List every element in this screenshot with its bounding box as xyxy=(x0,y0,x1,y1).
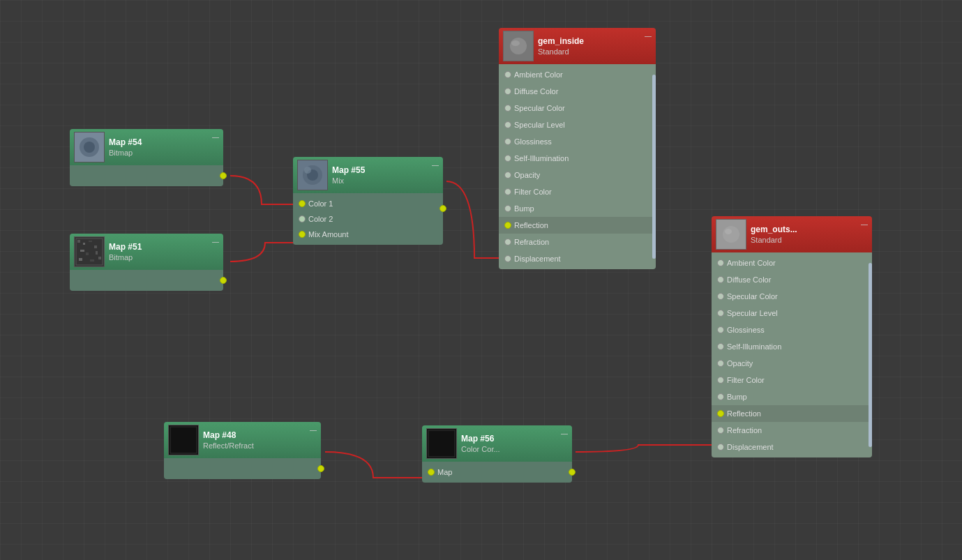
node-gem-outside-ambient-row: Ambient Color xyxy=(712,255,872,271)
node-gem-outside-selfillum-port[interactable] xyxy=(717,343,724,350)
node-map55-thumbnail xyxy=(297,160,328,190)
node-gem-inside-displacement-port[interactable] xyxy=(504,255,511,262)
svg-point-2 xyxy=(84,142,95,153)
node-gem-outside[interactable]: gem_outs... Standard — Ambient Color Dif… xyxy=(712,216,872,457)
node-gem-outside-minimize[interactable]: — xyxy=(861,220,868,228)
node-gem-inside-body: Ambient Color Diffuse Color Specular Col… xyxy=(499,64,656,269)
node-gem-inside-diffuse-label: Diffuse Color xyxy=(514,87,558,96)
node-map55-minimize[interactable]: — xyxy=(432,161,439,169)
node-map55-mixamount-port[interactable] xyxy=(299,231,306,238)
node-map48[interactable]: Map #48 Reflect/Refract — xyxy=(164,422,321,479)
node-map54-output-port[interactable] xyxy=(220,172,227,179)
node-map54-header: Map #54 Bitmap — xyxy=(70,129,223,165)
svg-rect-12 xyxy=(96,251,98,255)
node-map54-output-row xyxy=(70,168,223,183)
node-gem-outside-glossiness-port[interactable] xyxy=(717,326,724,333)
node-gem-inside-reflection-port[interactable] xyxy=(504,222,511,229)
node-gem-inside-specular-port[interactable] xyxy=(504,105,511,112)
node-gem-outside-refraction-port[interactable] xyxy=(717,427,724,434)
node-gem-inside-bump-port[interactable] xyxy=(504,205,511,212)
node-gem-inside-filtercolor-port[interactable] xyxy=(504,188,511,195)
node-gem-inside-ambient-port[interactable] xyxy=(504,71,511,78)
node-gem-inside-minimize[interactable]: — xyxy=(645,32,652,40)
node-gem-inside-reflection-row: Reflection xyxy=(499,217,656,234)
node-map56-minimize[interactable]: — xyxy=(561,430,568,437)
node-gem-outside-opacity-row: Opacity xyxy=(712,355,872,372)
node-gem-inside-ambient-label: Ambient Color xyxy=(514,70,563,79)
node-gem-outside-selfillum-row: Self-Illumination xyxy=(712,338,872,355)
node-gem-outside-subtitle: Standard xyxy=(751,236,797,244)
node-map54[interactable]: Map #54 Bitmap — xyxy=(70,129,223,186)
node-map51-minimize[interactable]: — xyxy=(212,238,219,245)
node-map48-minimize[interactable]: — xyxy=(310,426,317,434)
node-map55-color1-label: Color 1 xyxy=(308,199,333,208)
node-gem-outside-glossiness-row: Glossiness xyxy=(712,321,872,338)
node-gem-inside-scrollbar[interactable] xyxy=(652,75,656,259)
node-gem-outside-displacement-port[interactable] xyxy=(717,444,724,451)
svg-rect-6 xyxy=(77,240,80,243)
node-map54-thumbnail xyxy=(74,132,105,162)
svg-point-29 xyxy=(725,229,732,234)
node-map55[interactable]: Map #55 Mix — Color 1 Color 2 Mix Amount xyxy=(293,157,443,245)
node-gem-outside-scrollbar[interactable] xyxy=(869,263,872,448)
node-map56-map-row: Map xyxy=(422,464,572,480)
node-map48-thumbnail xyxy=(168,425,199,455)
node-gem-inside-bump-label: Bump xyxy=(514,204,534,213)
node-map51-output-port[interactable] xyxy=(220,277,227,284)
node-gem-inside-diffuse-port[interactable] xyxy=(504,88,511,95)
node-gem-inside-selfillum-row: Self-Illumination xyxy=(499,150,656,167)
node-gem-outside-specular-label: Specular Color xyxy=(727,292,778,301)
node-gem-inside-subtitle: Standard xyxy=(538,47,584,56)
node-map48-output-port[interactable] xyxy=(317,465,324,472)
node-map55-body: Color 1 Color 2 Mix Amount xyxy=(293,193,443,245)
node-map51[interactable]: Map #51 Bitmap — xyxy=(70,234,223,291)
node-gem-inside-specular-row: Specular Color xyxy=(499,100,656,116)
node-map56-map-port[interactable] xyxy=(428,469,435,476)
node-map51-output-row xyxy=(70,273,223,288)
node-gem-outside-specularlevel-port[interactable] xyxy=(717,310,724,317)
node-gem-outside-diffuse-row: Diffuse Color xyxy=(712,271,872,288)
svg-rect-7 xyxy=(83,243,85,245)
node-map56-output-port[interactable] xyxy=(569,469,576,476)
node-gem-inside[interactable]: gem_inside Standard — Ambient Color Diff… xyxy=(499,28,656,269)
node-gem-outside-opacity-port[interactable] xyxy=(717,360,724,367)
node-gem-inside-specularlevel-port[interactable] xyxy=(504,121,511,128)
node-map48-output-row xyxy=(164,461,321,476)
node-gem-inside-refraction-port[interactable] xyxy=(504,239,511,245)
node-gem-outside-ambient-port[interactable] xyxy=(717,259,724,266)
svg-point-25 xyxy=(510,38,527,54)
node-gem-inside-opacity-label: Opacity xyxy=(514,171,540,179)
node-map55-color1-port[interactable] xyxy=(299,200,306,207)
node-gem-outside-title: gem_outs... xyxy=(751,225,797,236)
node-gem-outside-reflection-port[interactable] xyxy=(717,410,724,417)
node-gem-outside-filtercolor-port[interactable] xyxy=(717,377,724,384)
node-gem-outside-glossiness-label: Glossiness xyxy=(727,326,765,334)
node-map55-color2-label: Color 2 xyxy=(308,215,333,223)
node-map56[interactable]: Map #56 Color Cor... — Map xyxy=(422,425,572,483)
node-gem-inside-refraction-row: Refraction xyxy=(499,234,656,250)
svg-rect-10 xyxy=(80,250,84,252)
node-map55-output-port[interactable] xyxy=(439,205,446,212)
node-gem-outside-refraction-row: Refraction xyxy=(712,422,872,439)
node-gem-outside-specularlevel-row: Specular Level xyxy=(712,305,872,321)
node-map54-body xyxy=(70,165,223,186)
node-gem-inside-selfillum-port[interactable] xyxy=(504,155,511,162)
node-map54-minimize[interactable]: — xyxy=(212,133,219,141)
node-map55-color2-port[interactable] xyxy=(299,215,306,222)
node-map48-header: Map #48 Reflect/Refract — xyxy=(164,422,321,458)
node-gem-outside-diffuse-port[interactable] xyxy=(717,276,724,283)
node-gem-outside-ambient-label: Ambient Color xyxy=(727,259,776,267)
node-gem-outside-reflection-row: Reflection xyxy=(712,405,872,422)
node-map55-title: Map #55 xyxy=(332,165,365,176)
node-map48-subtitle: Reflect/Refract xyxy=(203,441,254,450)
node-gem-inside-thumbnail xyxy=(503,31,534,61)
svg-rect-15 xyxy=(98,257,101,259)
node-gem-inside-glossiness-port[interactable] xyxy=(504,138,511,145)
node-gem-inside-opacity-port[interactable] xyxy=(504,172,511,179)
svg-rect-8 xyxy=(89,241,92,242)
node-map48-body xyxy=(164,458,321,479)
node-gem-outside-specular-port[interactable] xyxy=(717,293,724,300)
node-map55-header: Map #55 Mix — xyxy=(293,157,443,193)
node-gem-outside-bump-port[interactable] xyxy=(717,393,724,400)
svg-point-26 xyxy=(511,40,520,46)
